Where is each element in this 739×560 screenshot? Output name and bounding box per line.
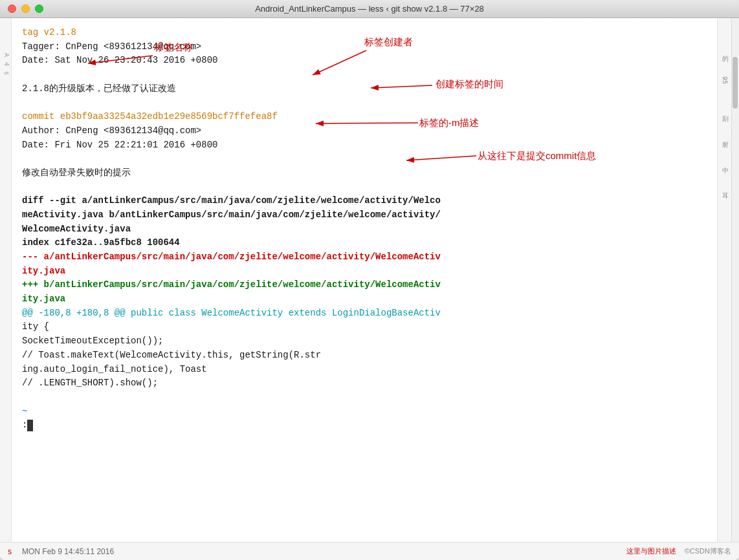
bottom-status: s xyxy=(8,547,12,556)
cursor-block xyxy=(27,420,33,431)
commit-message: 修改自动登录失败时的提示 xyxy=(22,166,707,180)
blank-2 xyxy=(22,96,707,110)
titlebar: Android_AntLinkerCampus — less ‹ git sho… xyxy=(0,0,739,18)
diff-context-5: // .LENGTH_SHORT).show(); xyxy=(22,376,707,391)
bottom-right: 这里与图片描述 ©CSDN博客名 xyxy=(626,546,731,556)
diff-line-3: WelcomeActivity.java xyxy=(22,222,707,237)
traffic-lights xyxy=(8,5,43,13)
diff-line-4: index c1fe32a..9a5fbc8 100644 xyxy=(22,236,707,250)
date-line-tag: Date: Sat Nov 26 23:20:43 2016 +0800 xyxy=(22,54,707,68)
diff-hunk: @@ -180,8 +180,8 @@ public class Welcome… xyxy=(22,307,707,321)
diff-new-2: ity.java xyxy=(22,292,707,307)
window-title: Android_AntLinkerCampus — less ‹ git sho… xyxy=(255,4,484,14)
blank-1 xyxy=(22,68,707,82)
diff-line-2: meActivity.java b/antLinkerCampus/src/ma… xyxy=(22,208,707,222)
tilde-line: ~ xyxy=(22,405,707,419)
diff-old-2: ity.java xyxy=(22,264,707,279)
diff-line-1: diff --git a/antLinkerCampus/src/main/ja… xyxy=(22,194,707,208)
scrollbar-thumb[interactable] xyxy=(733,57,738,109)
left-gutter-label-4: 4 xyxy=(0,59,11,69)
description-line: 2.1.8的升级版本，已经做了认证改造 xyxy=(22,82,707,96)
bottom-left: s MON Feb 9 14:45:11 2016 xyxy=(8,547,114,556)
bottom-date: MON Feb 9 14:45:11 2016 xyxy=(22,547,114,556)
right-gutter: 的 95 刮 射 中 耳 xyxy=(717,18,731,542)
diff-context-3: // Toast.makeText(WelcomeActivity.this, … xyxy=(22,349,707,363)
left-gutter: A 4 s xyxy=(0,18,12,542)
watermark-text: 这里与图片描述 xyxy=(626,547,676,555)
diff-new-1: +++ b/antLinkerCampus/src/main/java/com/… xyxy=(22,278,707,292)
diff-context-4: ing.auto_login_fail_notice), Toast xyxy=(22,363,707,377)
main-content: tag v2.1.8 Tagger: CnPeng <893612134@qq.… xyxy=(12,18,717,542)
copyright-text: ©CSDN博客名 xyxy=(685,547,731,555)
main-window: Android_AntLinkerCampus — less ‹ git sho… xyxy=(0,0,739,560)
tagger-line: Tagger: CnPeng <893612134@qq.com> xyxy=(22,40,707,54)
author-line: Author: CnPeng <893612134@qq.com> xyxy=(22,124,707,138)
diff-context-2: SocketTimeoutException()); xyxy=(22,334,707,349)
terminal-area: tag v2.1.8 Tagger: CnPeng <893612134@qq.… xyxy=(12,18,717,542)
blank-5 xyxy=(22,391,707,405)
colon-char: : xyxy=(22,418,27,433)
tag-line: tag v2.1.8 xyxy=(22,26,707,40)
blank-3 xyxy=(22,152,707,166)
commit-line: commit eb3bf9aa33254a32edb1e29e8569bcf7f… xyxy=(22,110,707,124)
date-line-commit: Date: Fri Nov 25 22:21:01 2016 +0800 xyxy=(22,138,707,153)
maximize-button[interactable] xyxy=(35,5,43,13)
content-area: A 4 s tag v2.1.8 Tagger: CnPeng <8936121… xyxy=(0,18,739,542)
close-button[interactable] xyxy=(8,5,16,13)
minimize-button[interactable] xyxy=(21,5,30,13)
left-gutter-label-s: s xyxy=(0,69,11,78)
diff-old-1: --- a/antLinkerCampus/src/main/java/com/… xyxy=(22,250,707,264)
right-label-2: 95 xyxy=(721,76,728,84)
bottom-bar: s MON Feb 9 14:45:11 2016 这里与图片描述 ©CSDN博… xyxy=(0,542,739,560)
cursor-line: : xyxy=(22,418,707,433)
left-gutter-label-a: A xyxy=(0,50,11,59)
blank-4 xyxy=(22,180,707,195)
diff-context-1: ity { xyxy=(22,320,707,334)
scrollbar[interactable] xyxy=(731,18,739,542)
